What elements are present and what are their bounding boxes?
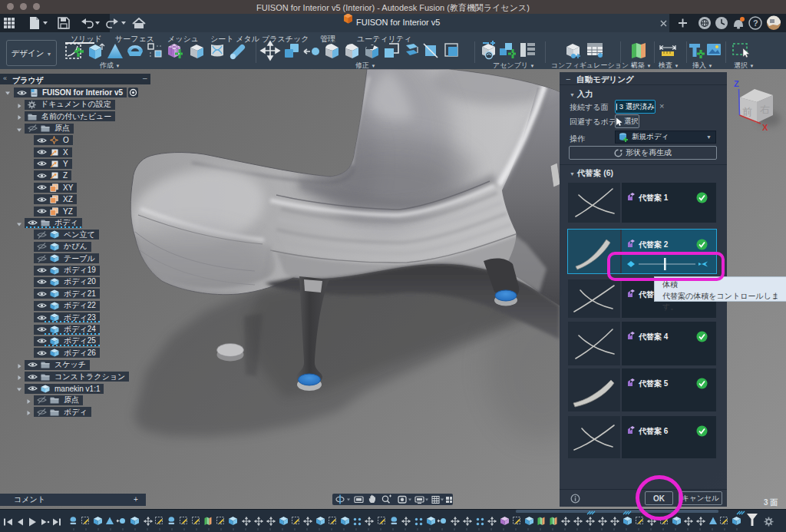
svg-text:?: ? [753, 18, 758, 28]
svg-text:X: X [762, 123, 768, 132]
svg-text:右: 右 [760, 104, 770, 115]
svg-text:前: 前 [742, 106, 752, 117]
svg-text:Z: Z [734, 79, 739, 88]
